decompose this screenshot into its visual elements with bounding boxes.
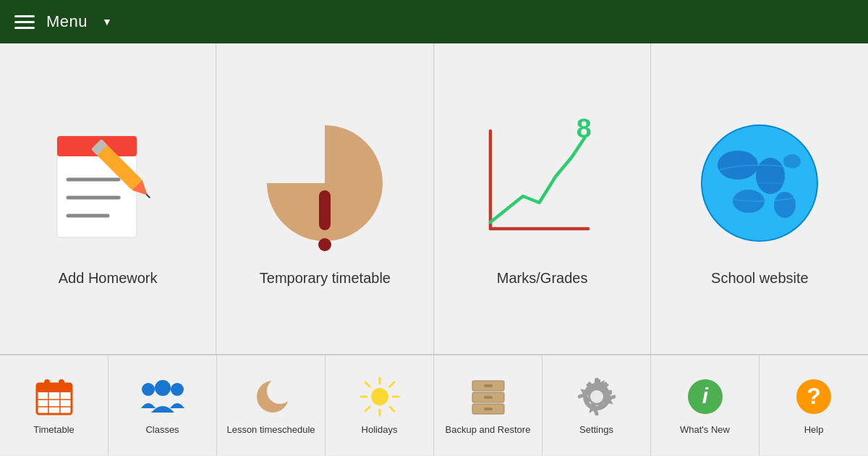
holidays-icon	[358, 375, 401, 418]
school-website-icon	[694, 111, 825, 256]
svg-point-16	[756, 158, 785, 194]
settings-icon	[575, 375, 618, 418]
temporary-timetable-icon	[260, 111, 390, 256]
bottom-timetable[interactable]: Timetable	[0, 355, 109, 455]
settings-label: Settings	[579, 424, 613, 436]
top-grid: Add Homework Temporary timetable	[0, 43, 868, 355]
svg-line-44	[365, 407, 370, 411]
marks-grades-icon: 8	[477, 111, 608, 256]
backup-restore-icon	[467, 375, 510, 418]
marks-grades-label: Marks/Grades	[497, 270, 588, 287]
card-temporary-timetable[interactable]: Temporary timetable	[217, 43, 433, 354]
svg-point-36	[371, 388, 388, 405]
card-add-homework[interactable]: Add Homework	[0, 43, 216, 354]
svg-point-31	[142, 383, 155, 396]
svg-rect-49	[484, 396, 493, 399]
help-label: Help	[804, 424, 824, 436]
svg-point-25	[44, 379, 50, 385]
classes-icon	[141, 375, 184, 418]
bottom-whats-new[interactable]: i What's New	[651, 355, 760, 455]
add-homework-icon	[43, 111, 173, 256]
bottom-holidays[interactable]: Holidays	[326, 355, 434, 455]
svg-line-41	[365, 382, 370, 387]
lesson-timeschedule-label: Lesson timeschedule	[226, 424, 315, 436]
backup-restore-label: Backup and Restore	[446, 424, 531, 436]
app-header: Menu ▼	[0, 0, 868, 43]
whats-new-label: What's New	[680, 424, 730, 436]
lesson-timeschedule-icon	[250, 375, 293, 418]
bottom-backup-restore[interactable]: Backup and Restore	[434, 355, 542, 455]
svg-line-43	[390, 382, 394, 387]
svg-text:i: i	[702, 384, 708, 408]
svg-point-32	[155, 380, 171, 396]
help-icon: ?	[792, 375, 835, 418]
bottom-bar: Timetable Classes Lesson timesched	[0, 355, 868, 455]
svg-text:8: 8	[576, 113, 591, 143]
add-homework-label: Add Homework	[59, 270, 158, 287]
whats-new-icon: i	[684, 375, 727, 418]
svg-rect-50	[484, 408, 493, 410]
svg-text:?: ?	[807, 383, 821, 409]
bottom-lesson-timeschedule[interactable]: Lesson timeschedule	[217, 355, 326, 455]
timetable-icon	[33, 375, 76, 418]
svg-point-26	[59, 379, 64, 385]
header-dropdown-arrow[interactable]: ▼	[102, 16, 112, 28]
hamburger-menu[interactable]	[14, 15, 35, 29]
svg-rect-48	[484, 384, 493, 387]
svg-rect-24	[37, 384, 72, 392]
svg-line-42	[390, 407, 394, 411]
card-marks-grades[interactable]: 8 Marks/Grades	[435, 43, 651, 354]
svg-point-54	[590, 390, 603, 403]
card-school-website[interactable]: School website	[652, 43, 868, 354]
svg-rect-9	[319, 190, 331, 230]
bottom-classes[interactable]: Classes	[109, 355, 217, 455]
school-website-label: School website	[711, 270, 809, 287]
svg-point-33	[171, 383, 184, 396]
bottom-help[interactable]: ? Help	[760, 355, 868, 455]
classes-label: Classes	[145, 424, 179, 436]
svg-point-10	[318, 238, 331, 251]
bottom-settings[interactable]: Settings	[542, 355, 651, 455]
holidays-label: Holidays	[362, 424, 398, 436]
svg-line-8	[146, 194, 150, 198]
svg-point-18	[774, 192, 796, 218]
temporary-timetable-label: Temporary timetable	[260, 270, 391, 287]
header-title: Menu	[46, 12, 88, 31]
timetable-label: Timetable	[33, 424, 75, 436]
